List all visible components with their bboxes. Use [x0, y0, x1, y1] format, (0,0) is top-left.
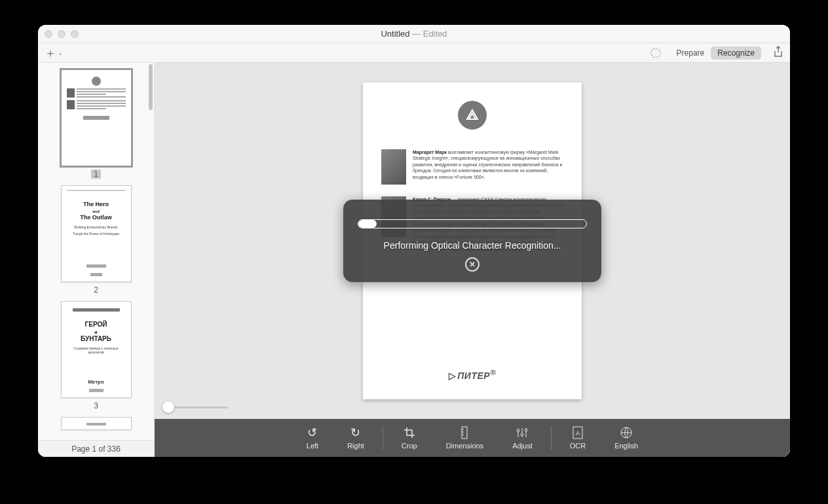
svg-point-2 — [521, 433, 523, 436]
thumbnail-page-number: 3 — [91, 401, 101, 410]
progress-fill — [358, 220, 377, 228]
chevron-down-icon: ⌄ — [58, 49, 63, 56]
svg-rect-0 — [462, 427, 467, 439]
svg-text:A: A — [576, 430, 580, 437]
thumbnail-preview: The HeroandThe Outlaw Building Extraordi… — [61, 185, 132, 282]
rotate-right-icon: ↻ — [350, 426, 360, 439]
thumbnail-preview — [61, 69, 132, 166]
page-thumbnail-3[interactable]: ГЕРОЙиБУНТАРЬ Создание бренда с помощью … — [38, 301, 154, 410]
page-thumbnail-2[interactable]: The HeroandThe Outlaw Building Extraordi… — [38, 185, 154, 295]
plus-icon: ＋ — [45, 47, 56, 59]
close-window-button[interactable] — [45, 30, 52, 38]
page-thumbnail-1[interactable]: 1 — [38, 69, 154, 179]
page-indicator: Page 1 of 336 — [38, 440, 154, 457]
zoom-slider[interactable] — [162, 403, 228, 411]
progress-message: Performing Optical Character Recognition… — [384, 240, 561, 251]
zoom-window-button[interactable] — [71, 30, 79, 38]
thumbnails-sidebar: 1 The HeroandThe Outlaw Building Extraor… — [38, 63, 155, 457]
toolbar-divider — [551, 426, 552, 450]
main-area: 1 The HeroandThe Outlaw Building Extraor… — [38, 63, 790, 457]
titlebar: Untitled — Edited — [38, 25, 790, 43]
zoom-knob[interactable] — [162, 401, 174, 413]
ocr-button[interactable]: A OCR — [555, 422, 600, 454]
thumbnails-list[interactable]: 1 The HeroandThe Outlaw Building Extraor… — [38, 63, 154, 440]
mode-segmented-control: Prepare Recognize — [670, 46, 761, 60]
sidebar-scrollbar[interactable] — [149, 64, 153, 110]
app-window: Untitled — Edited ＋ ⌄ Prepare Recognize — [38, 25, 790, 457]
ocr-icon: A — [573, 426, 583, 439]
thumbnail-preview: ГЕРОЙиБУНТАРЬ Создание бренда с помощью … — [61, 301, 132, 398]
ocr-progress-dialog: Performing Optical Character Recognition… — [343, 200, 601, 282]
add-page-menu[interactable]: ＋ ⌄ — [45, 47, 63, 59]
publisher-wordmark: ПИТЕР® — [449, 368, 496, 381]
author-bio-text: Маргарет Марк возглавляет консалтинговую… — [413, 149, 563, 185]
rotate-right-button[interactable]: ↻ Right — [333, 422, 379, 454]
canvas[interactable]: Маргарет Марк возглавляет консалтинговую… — [155, 63, 790, 419]
svg-point-3 — [525, 429, 527, 431]
thumbnail-page-number: 1 — [91, 170, 101, 179]
rotate-left-icon: ↺ — [307, 426, 317, 439]
crop-icon — [404, 426, 415, 439]
close-icon: ✕ — [469, 260, 476, 269]
ruler-icon — [460, 426, 469, 439]
rotate-left-button[interactable]: ↺ Left — [292, 422, 333, 454]
window-controls — [45, 30, 79, 38]
publisher-logo-icon — [458, 101, 487, 130]
author-photo — [381, 149, 406, 185]
recognize-mode-button[interactable]: Recognize — [711, 46, 761, 60]
window-title: Untitled — Edited — [381, 29, 447, 39]
activity-spinner-icon — [650, 48, 661, 58]
progress-bar — [358, 219, 587, 228]
sliders-icon — [516, 426, 529, 439]
thumbnail-page-number: 2 — [91, 285, 101, 295]
document-viewport: Маргарет Марк возглавляет консалтинговую… — [155, 63, 790, 457]
minimize-window-button[interactable] — [58, 30, 66, 38]
dimensions-button[interactable]: Dimensions — [432, 422, 498, 454]
page-thumbnail-4[interactable] — [38, 417, 154, 430]
adjust-button[interactable]: Adjust — [498, 422, 547, 454]
globe-icon — [620, 426, 633, 439]
toolbar-divider — [383, 426, 383, 450]
document-status: Edited — [423, 29, 447, 39]
document-status-sep: — — [409, 29, 423, 39]
crop-button[interactable]: Crop — [387, 422, 432, 454]
toolbar: ＋ ⌄ Prepare Recognize — [38, 43, 790, 63]
thumbnail-preview — [61, 417, 132, 430]
share-button[interactable] — [773, 46, 783, 60]
document-title: Untitled — [381, 29, 409, 39]
cancel-ocr-button[interactable]: ✕ — [465, 257, 480, 272]
prepare-mode-button[interactable]: Prepare — [670, 46, 711, 60]
language-button[interactable]: English — [600, 422, 652, 454]
svg-point-1 — [517, 429, 519, 432]
editing-toolbar: ↺ Left ↻ Right Crop Dimensions — [155, 419, 790, 457]
author-bio-1: Маргарет Марк возглавляет консалтинговую… — [381, 149, 563, 185]
